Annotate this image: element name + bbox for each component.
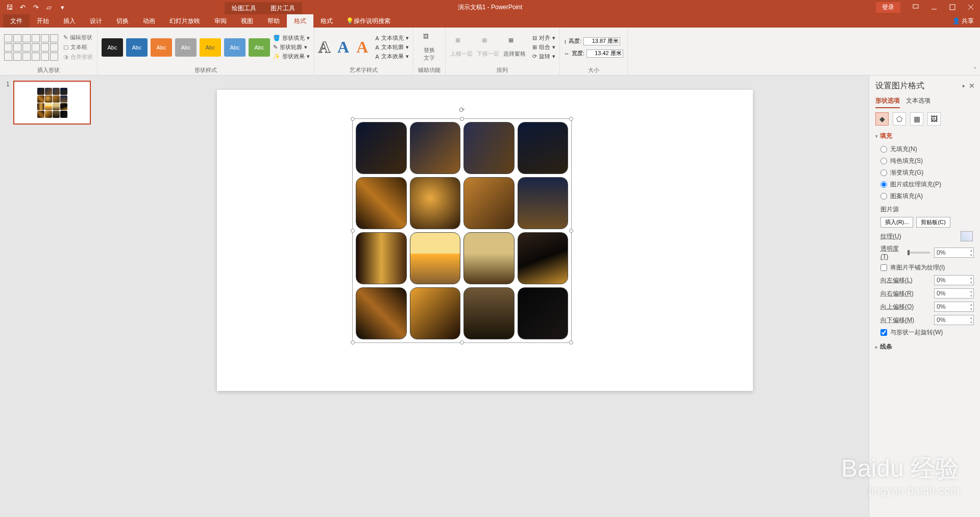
tab-home[interactable]: 开始 <box>30 14 56 28</box>
picture-icon[interactable]: 🖼 <box>927 112 941 126</box>
style-swatch[interactable]: Abc <box>200 38 221 57</box>
resize-handle[interactable] <box>569 229 573 233</box>
style-swatch[interactable]: Abc <box>151 38 172 57</box>
fill-line-icon[interactable]: ◆ <box>875 112 889 126</box>
tab-review[interactable]: 审阅 <box>207 14 234 28</box>
text-effects-button[interactable]: A 文本效果 ▾ <box>375 53 408 60</box>
rotate-handle-icon[interactable]: ⟳ <box>459 106 465 114</box>
pane-tab-text-options[interactable]: 文本选项 <box>906 96 930 108</box>
tell-me-search[interactable]: 💡 操作说明搜索 <box>340 14 390 28</box>
offset-top-input[interactable]: 0% <box>934 302 974 312</box>
pane-tab-shape-options[interactable]: 形状选项 <box>875 96 900 108</box>
group-label-insert-shapes: 插入形状 <box>4 65 93 75</box>
undo-icon[interactable]: ↶ <box>16 1 29 13</box>
pane-close-icon[interactable]: ✕ <box>969 82 975 90</box>
style-swatch[interactable]: Abc <box>175 38 197 57</box>
shape-fill-button[interactable]: 🪣 形状填充 ▾ <box>273 34 310 42</box>
tab-format-picture[interactable]: 格式 <box>313 14 340 28</box>
selected-shape-group[interactable]: ⟳ <box>352 118 572 343</box>
tab-insert[interactable]: 插入 <box>56 14 83 28</box>
fill-gradient-radio[interactable]: 渐变填充(G) <box>875 167 974 179</box>
tab-design[interactable]: 设计 <box>83 14 109 28</box>
tab-help[interactable]: 帮助 <box>260 14 287 28</box>
group-accessibility: 🖼替换 文字 辅助功能 <box>413 28 446 75</box>
group-button[interactable]: ⊞ 组合 ▾ <box>532 43 555 51</box>
redo-icon[interactable]: ↷ <box>30 1 42 13</box>
tab-file[interactable]: 文件 <box>3 14 30 28</box>
merge-shapes-button[interactable]: ◑ 合并形状 <box>63 53 93 61</box>
context-tab-drawing: 绘图工具 <box>225 2 263 14</box>
slide-thumb-1[interactable]: 1 <box>6 81 95 125</box>
wordart-gallery[interactable]: A A A <box>318 38 372 57</box>
qat-more-icon[interactable]: ▾ <box>56 1 68 13</box>
transparency-label: 透明度(T) <box>880 244 903 260</box>
collapse-ribbon-icon[interactable]: ⌃ <box>973 66 977 72</box>
effects-icon[interactable]: ⬠ <box>893 112 906 126</box>
resize-handle[interactable] <box>351 117 355 121</box>
section-line[interactable]: 线条 <box>875 342 974 351</box>
group-arrange: ▦上移一层 ▦下移一层 ▦选择窗格 ⊟ 对齐 ▾ ⊞ 组合 ▾ ⟳ 旋转 ▾ 排… <box>446 28 560 75</box>
size-props-icon[interactable]: ▦ <box>910 112 923 126</box>
offset-left-input[interactable]: 0% <box>934 275 974 285</box>
thumbnail-panel[interactable]: 1 <box>0 76 101 517</box>
share-button[interactable]: 👤 共享 <box>952 14 974 28</box>
offset-right-input[interactable]: 0% <box>934 288 974 299</box>
slide-canvas-area[interactable]: ⟳ <box>101 76 869 517</box>
login-button[interactable]: 登录 <box>876 2 900 13</box>
tab-format-drawing[interactable]: 格式 <box>287 14 313 28</box>
fill-solid-radio[interactable]: 纯色填充(S) <box>875 155 974 167</box>
resize-handle[interactable] <box>460 117 464 121</box>
resize-handle[interactable] <box>351 340 355 344</box>
style-swatch[interactable]: Abc <box>224 38 246 57</box>
shape-effects-button[interactable]: ✨ 形状效果 ▾ <box>273 53 310 60</box>
rotate-button[interactable]: ⟳ 旋转 ▾ <box>532 53 555 60</box>
height-input[interactable] <box>583 37 620 45</box>
section-fill[interactable]: 填充 <box>875 132 974 140</box>
alt-text-button[interactable]: 🖼替换 文字 <box>418 33 441 62</box>
clipboard-button[interactable]: 剪贴板(C) <box>916 217 950 228</box>
edit-shape-button[interactable]: ✎ 编辑形状 <box>63 34 93 41</box>
width-icon: ↔ <box>564 51 570 57</box>
fill-picture-radio[interactable]: 图片或纹理填充(P) <box>875 179 974 190</box>
save-icon[interactable]: 🖫 <box>3 1 15 13</box>
style-swatch[interactable]: Abc <box>126 38 148 57</box>
text-fill-button[interactable]: A 文本填充 ▾ <box>375 34 408 42</box>
resize-handle[interactable] <box>569 340 573 344</box>
offset-bottom-input[interactable]: 0% <box>934 315 974 325</box>
align-button[interactable]: ⊟ 对齐 ▾ <box>532 34 555 42</box>
tab-transitions[interactable]: 切换 <box>109 14 136 28</box>
resize-handle[interactable] <box>460 340 464 344</box>
fill-none-radio[interactable]: 无填充(N) <box>875 143 974 155</box>
pane-menu-icon[interactable]: ▾ <box>962 83 965 89</box>
minimize-icon[interactable] <box>925 0 943 14</box>
slide[interactable]: ⟳ <box>217 90 753 391</box>
style-swatch[interactable]: Abc <box>249 38 270 57</box>
maximize-icon[interactable] <box>943 0 962 14</box>
fill-pattern-radio[interactable]: 图案填充(A) <box>875 190 974 202</box>
texture-dropdown[interactable] <box>961 231 973 241</box>
bring-forward-button[interactable]: ▦上移一层 <box>450 37 473 58</box>
transparency-slider[interactable] <box>908 252 930 254</box>
ribbon-display-options-icon[interactable] <box>906 0 925 14</box>
tab-slideshow[interactable]: 幻灯片放映 <box>162 14 207 28</box>
selection-pane-button[interactable]: ▦选择窗格 <box>503 37 526 58</box>
style-swatch[interactable]: Abc <box>102 38 123 57</box>
rotate-with-shape-checkbox[interactable]: 与形状一起旋转(W) <box>875 327 974 338</box>
tab-animations[interactable]: 动画 <box>136 14 162 28</box>
tile-checkbox[interactable]: 将图片平铺为纹理(I) <box>875 262 974 274</box>
text-outline-button[interactable]: A 文本轮廓 ▾ <box>375 43 408 51</box>
shape-style-gallery[interactable]: Abc Abc Abc Abc Abc Abc Abc <box>102 38 270 57</box>
shape-gallery[interactable] <box>4 34 58 61</box>
close-icon[interactable] <box>962 0 980 14</box>
textbox-button[interactable]: ▢ 文本框 <box>63 43 93 51</box>
start-from-beginning-icon[interactable]: ▱ <box>43 1 55 13</box>
width-input[interactable] <box>586 50 623 58</box>
insert-picture-button[interactable]: 插入(R)... <box>880 217 913 228</box>
send-backward-button[interactable]: ▦下移一层 <box>476 37 500 58</box>
resize-handle[interactable] <box>351 229 355 233</box>
resize-handle[interactable] <box>569 117 573 121</box>
image-tile-grid <box>356 122 568 339</box>
shape-outline-button[interactable]: ✎ 形状轮廓 ▾ <box>273 43 310 51</box>
tab-view[interactable]: 视图 <box>234 14 260 28</box>
transparency-input[interactable]: 0% <box>934 248 974 258</box>
